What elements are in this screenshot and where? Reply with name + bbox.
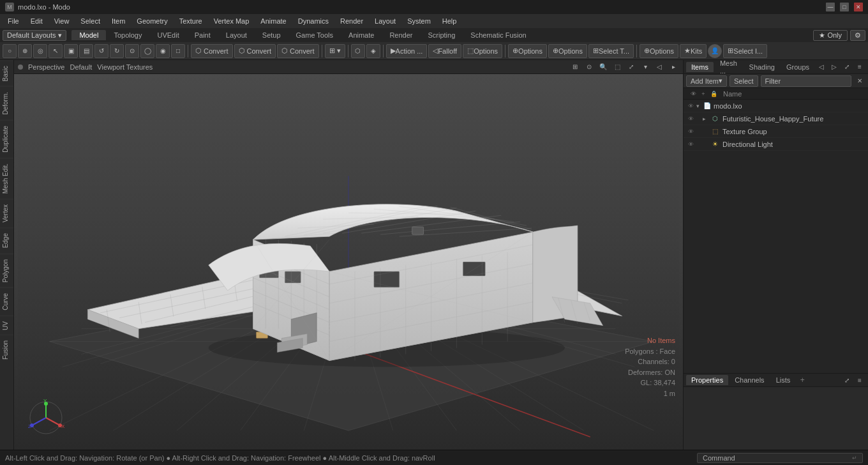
command-input[interactable]: Command ↵: [697, 453, 863, 463]
light-btn[interactable]: ◈: [366, 44, 380, 58]
layout-tab-animate[interactable]: Animate: [341, 30, 382, 40]
layout-tab-paint[interactable]: Paint: [187, 30, 218, 40]
viewport-shading-label[interactable]: Default: [70, 63, 92, 71]
table-row[interactable]: 👁 ▾ 📄 modo.lxo: [684, 100, 868, 112]
minimize-button[interactable]: —: [826, 3, 835, 11]
tab-shading[interactable]: Shading: [744, 62, 780, 72]
options-button-2[interactable]: ⊕ Options: [508, 44, 547, 58]
options-button-4[interactable]: ⊕ Options: [640, 44, 678, 58]
lock-col-icon[interactable]: 🔒: [709, 89, 718, 98]
menu-item-select[interactable]: Select: [75, 16, 105, 26]
expand-icon[interactable]: ▾: [696, 103, 703, 109]
vp-expand-btn[interactable]: ⤢: [625, 61, 637, 73]
layout-tab-schematic-fusion[interactable]: Schematic Fusion: [463, 30, 534, 40]
props-expand[interactable]: ⤢: [841, 374, 853, 386]
menu-item-file[interactable]: File: [3, 16, 24, 26]
tab-groups[interactable]: Groups: [781, 62, 814, 72]
sidebar-tab-uv[interactable]: UV: [0, 316, 13, 335]
star-only-button[interactable]: ★ Only: [813, 30, 848, 41]
sidebar-tab-vertex[interactable]: Vertex: [0, 199, 13, 227]
render-btn[interactable]: ⬡: [351, 44, 365, 58]
copy-btn[interactable]: ▣: [64, 44, 78, 58]
sidebar-tab-deform-[interactable]: Deform.: [0, 86, 13, 120]
menu-item-animate[interactable]: Animate: [255, 16, 291, 26]
menu-item-layout[interactable]: Layout: [370, 16, 401, 26]
ring-btn[interactable]: ◯: [140, 44, 154, 58]
menu-item-view[interactable]: View: [49, 16, 75, 26]
vp-settings-btn[interactable]: ◁: [654, 61, 665, 73]
sidebar-tab-mesh-edit-[interactable]: Mesh Edit.: [0, 158, 13, 199]
table-row[interactable]: 👁 ☀ Directional Light: [684, 138, 868, 151]
paste-btn[interactable]: ▤: [79, 44, 93, 58]
titlebar-controls[interactable]: — □ ✕: [826, 3, 863, 11]
move-btn[interactable]: ↖: [49, 44, 63, 58]
menu-item-item[interactable]: Item: [107, 16, 130, 26]
sidebar-tab-basic[interactable]: Basic: [0, 60, 13, 86]
menu-item-geometry[interactable]: Geometry: [131, 16, 172, 26]
eye-icon[interactable]: 👁: [686, 140, 695, 149]
options-button-3[interactable]: ⊕ Options: [548, 44, 587, 58]
viewport-texture-label[interactable]: Viewport Textures: [97, 63, 153, 71]
props-settings[interactable]: ≡: [854, 374, 865, 386]
add-col-icon[interactable]: +: [699, 89, 708, 98]
panel-expand[interactable]: ⤢: [841, 61, 853, 73]
eye-icon[interactable]: 👁: [686, 102, 695, 111]
layout-dropdown[interactable]: Default Layouts ▾: [3, 30, 66, 41]
panel-arrow-right[interactable]: ▷: [828, 61, 840, 73]
sidebar-tab-duplicate[interactable]: Duplicate: [0, 120, 13, 158]
select-t-button[interactable]: ⊞ Select T...: [588, 44, 634, 58]
tab-mesh[interactable]: Mesh ...: [715, 58, 743, 76]
layout-tab-scripting[interactable]: Scripting: [421, 30, 463, 40]
sidebar-tab-polygon[interactable]: Polygon: [0, 254, 13, 287]
layout-tab-game-tools[interactable]: Game Tools: [288, 30, 341, 40]
options-button-1[interactable]: ⬚ Options: [463, 44, 502, 58]
panel-arrow-left[interactable]: ◁: [816, 61, 827, 73]
convert-btn-1[interactable]: ⬡ Convert: [191, 44, 233, 58]
vp-orbit-btn[interactable]: ⊙: [583, 61, 595, 73]
circle-btn[interactable]: ⊙: [125, 44, 139, 58]
layout-tab-uvedit[interactable]: UVEdit: [149, 30, 186, 40]
vp-menu-btn[interactable]: ▾: [640, 61, 651, 73]
menu-item-help[interactable]: Help: [437, 16, 462, 26]
undo-btn[interactable]: ↺: [94, 44, 108, 58]
sidebar-tab-edge[interactable]: Edge: [0, 227, 13, 253]
props-tab-add[interactable]: +: [797, 374, 808, 386]
filter-clear-button[interactable]: ✕: [854, 75, 865, 87]
falloff-button[interactable]: ◁ Falloff: [428, 44, 461, 58]
menu-item-texture[interactable]: Texture: [174, 16, 207, 26]
close-button[interactable]: ✕: [854, 3, 863, 11]
action-button[interactable]: ▶ Action ...: [386, 44, 428, 58]
menu-item-render[interactable]: Render: [335, 16, 368, 26]
eye-icon[interactable]: 👁: [686, 114, 695, 123]
global-btn[interactable]: ⊕: [18, 44, 32, 58]
maximize-button[interactable]: □: [840, 3, 849, 11]
sphere-btn[interactable]: ◉: [156, 44, 170, 58]
layout-tab-model[interactable]: Model: [71, 30, 106, 40]
props-tab-properties[interactable]: Properties: [686, 375, 728, 385]
eye-col-icon[interactable]: 👁: [689, 89, 698, 98]
tab-items[interactable]: Items: [686, 62, 714, 72]
add-item-button[interactable]: Add Item ▾: [686, 75, 727, 87]
sidebar-tab-fusion[interactable]: Fusion: [0, 335, 13, 365]
select-item-button[interactable]: Select: [730, 75, 758, 87]
kits-button[interactable]: ★ Kits: [680, 44, 707, 58]
menu-item-dynamics[interactable]: Dynamics: [293, 16, 334, 26]
avatar-btn[interactable]: 👤: [708, 44, 722, 58]
select-i-button[interactable]: ⊞ Select I...: [723, 44, 767, 58]
props-tab-channels[interactable]: Channels: [730, 375, 769, 385]
select-mode-btn[interactable]: ○: [3, 44, 17, 58]
viewport[interactable]: Perspective Default Viewport Textures ⊞ …: [14, 60, 683, 450]
gear-button[interactable]: ⚙: [850, 30, 865, 41]
layout-tab-render[interactable]: Render: [382, 30, 420, 40]
table-row[interactable]: 👁 ⬚ Texture Group: [684, 125, 868, 138]
expand-icon[interactable]: ▸: [703, 116, 709, 122]
transform-dropdown[interactable]: ⊞ ▾: [325, 44, 345, 58]
panel-settings[interactable]: ≡: [854, 61, 865, 73]
filter-input[interactable]: Filter: [761, 75, 851, 87]
convert-btn-2[interactable]: ⬡ Convert: [234, 44, 276, 58]
menu-item-edit[interactable]: Edit: [26, 16, 48, 26]
vp-grid-btn[interactable]: ⊞: [569, 61, 581, 73]
scene-canvas[interactable]: No Items Polygons : Face Channels: 0 Def…: [14, 74, 683, 450]
props-tab-lists[interactable]: Lists: [771, 375, 796, 385]
layout-tab-topology[interactable]: Topology: [106, 30, 149, 40]
